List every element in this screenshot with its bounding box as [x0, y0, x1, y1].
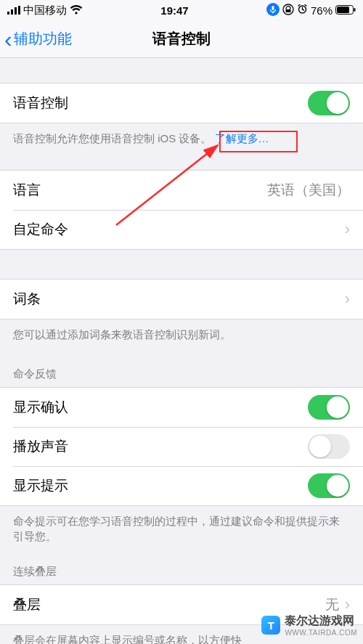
row-custom-commands[interactable]: 自定命令 › — [0, 210, 363, 249]
voice-control-switch[interactable] — [308, 91, 350, 115]
nav-bar: ‹ 辅助功能 语音控制 — [0, 20, 363, 58]
status-time: 19:47 — [160, 4, 188, 17]
watermark: T 泰尔达游戏网 WWW.TAIRDA.COM — [261, 614, 357, 637]
watermark-text: 泰尔达游戏网 — [285, 614, 357, 629]
overlay-header: 连续叠层 — [0, 555, 363, 584]
battery-pct: 76% — [311, 4, 333, 17]
language-label: 语言 — [13, 181, 267, 200]
svg-rect-2 — [15, 7, 17, 15]
language-value: 英语（美国） — [267, 181, 350, 200]
watermark-sub: WWW.TAIRDA.COM — [285, 629, 357, 637]
group-lang-custom: 语言 英语（美国） 自定命令 › — [0, 170, 363, 250]
row-voice-control-toggle[interactable]: 语音控制 — [0, 83, 363, 123]
show-confirm-switch[interactable] — [308, 395, 350, 420]
group-feedback: 显示确认 播放声音 显示提示 — [0, 387, 363, 506]
back-button[interactable]: ‹ 辅助功能 — [0, 28, 72, 51]
status-bar: 中国移动 19:47 76% — [0, 0, 363, 20]
voice-control-label: 语音控制 — [13, 94, 308, 113]
rotation-lock-icon — [282, 4, 294, 17]
show-hints-switch[interactable] — [308, 473, 350, 498]
group-vocab: 词条 › — [0, 279, 363, 319]
voice-indicator-icon — [266, 3, 280, 18]
svg-rect-5 — [272, 6, 274, 10]
row-show-confirm[interactable]: 显示确认 — [0, 388, 363, 427]
overlay-value: 无 — [325, 595, 339, 614]
play-sound-switch[interactable] — [308, 434, 350, 459]
svg-rect-8 — [285, 9, 290, 12]
svg-rect-6 — [272, 12, 273, 13]
carrier-label: 中国移动 — [23, 4, 67, 17]
show-hints-label: 显示提示 — [13, 476, 308, 495]
wifi-icon — [70, 4, 83, 17]
voice-control-footer-text: 语音控制允许您使用语音控制 iOS 设备。 — [13, 132, 211, 144]
row-play-sound[interactable]: 播放声音 — [0, 427, 363, 466]
signal-icon — [7, 4, 20, 17]
group-voice-control: 语音控制 — [0, 83, 363, 123]
show-confirm-label: 显示确认 — [13, 398, 308, 417]
row-vocab[interactable]: 词条 › — [0, 280, 363, 319]
svg-rect-0 — [7, 12, 9, 15]
svg-rect-11 — [337, 7, 349, 13]
feedback-footer: 命令提示可在您学习语音控制的过程中，通过建议命令和提供提示来引导您。 — [0, 506, 363, 555]
svg-rect-3 — [18, 6, 20, 15]
learn-more-link[interactable]: 了解更多… — [215, 132, 269, 144]
battery-icon — [335, 4, 356, 17]
svg-rect-12 — [354, 8, 356, 12]
watermark-logo-icon: T — [261, 616, 280, 635]
custom-commands-label: 自定命令 — [13, 220, 339, 239]
feedback-header: 命令反馈 — [0, 353, 363, 387]
chevron-left-icon: ‹ — [4, 28, 12, 51]
overlay-label: 叠层 — [13, 595, 325, 614]
svg-rect-1 — [11, 9, 13, 15]
vocab-label: 词条 — [13, 290, 339, 309]
alarm-icon — [297, 4, 308, 17]
play-sound-label: 播放声音 — [13, 437, 308, 456]
back-label: 辅助功能 — [14, 29, 72, 49]
chevron-right-icon: › — [345, 290, 350, 309]
chevron-right-icon: › — [345, 595, 350, 614]
row-language[interactable]: 语言 英语（美国） — [0, 171, 363, 210]
vocab-footer: 您可以通过添加词条来教语音控制识别新词。 — [0, 319, 363, 353]
voice-control-footer: 语音控制允许您使用语音控制 iOS 设备。 了解更多… — [0, 123, 363, 157]
chevron-right-icon: › — [345, 220, 350, 239]
row-show-hints[interactable]: 显示提示 — [0, 466, 363, 505]
